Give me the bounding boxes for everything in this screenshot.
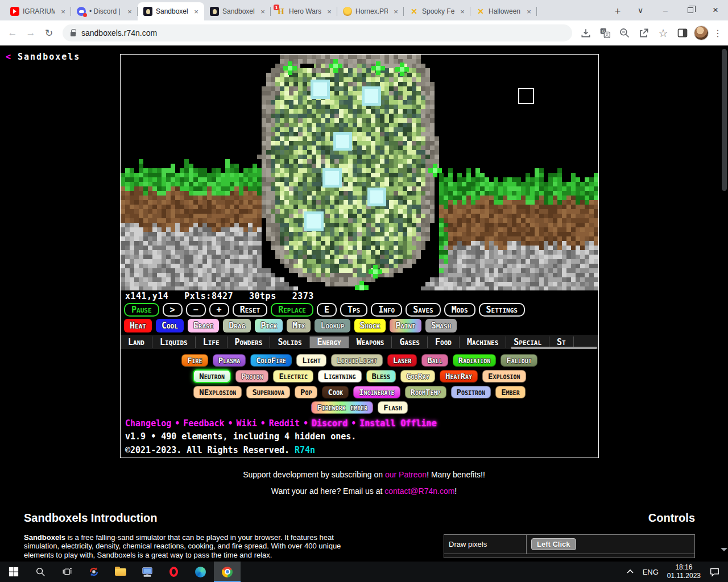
close-window-button[interactable]: × <box>703 0 728 20</box>
category-tab-liquids[interactable]: Liquids <box>152 336 196 348</box>
tab-close-icon[interactable]: × <box>325 7 334 16</box>
cook-element-button[interactable]: Cook <box>322 386 349 398</box>
bless-element-button[interactable]: Bless <box>366 370 396 383</box>
back-icon[interactable]: ← <box>5 25 20 41</box>
profile-avatar[interactable] <box>694 26 709 40</box>
category-tab-energy[interactable]: Energy <box>310 336 349 348</box>
browser-menu-icon[interactable]: ⋮ <box>712 28 723 39</box>
category-tab-powders[interactable]: Powders <box>228 336 271 348</box>
start-taskbar-icon[interactable] <box>0 562 27 582</box>
pick-tool-button[interactable]: Pick <box>255 319 283 332</box>
roomtemp-element-button[interactable]: RoomTemp <box>405 386 446 398</box>
symbol-button[interactable]: > <box>163 303 183 317</box>
search-taskbar-icon[interactable] <box>27 562 53 582</box>
opera-taskbar-icon[interactable] <box>160 562 187 582</box>
smash-tool-button[interactable]: Smash <box>425 319 457 332</box>
mix-tool-button[interactable]: Mix <box>287 319 311 332</box>
translate-icon[interactable]: G <box>597 25 613 41</box>
category-tab-gases[interactable]: Gases <box>392 336 428 348</box>
category-tab-st[interactable]: St <box>549 336 574 348</box>
pause-button[interactable]: Pause <box>124 303 159 317</box>
tab-spooky-fe[interactable]: ✕Spooky Fe× <box>404 2 470 20</box>
side-panel-icon[interactable] <box>675 25 690 41</box>
proton-element-button[interactable]: Proton <box>235 370 269 383</box>
tab-close-icon[interactable]: × <box>125 7 134 16</box>
changelog-link[interactable]: Changelog <box>125 418 171 429</box>
tab-discord[interactable]: • Discord |× <box>71 2 138 20</box>
tab-hornex-pr[interactable]: Hornex.PR× <box>337 2 404 20</box>
install-offline-link[interactable]: Install Offline <box>359 418 436 429</box>
tab-halloween[interactable]: ✕Halloween× <box>470 2 537 20</box>
file-explorer-taskbar-icon[interactable] <box>107 562 134 582</box>
coldfire-element-button[interactable]: ColdFire <box>250 354 292 367</box>
forward-icon[interactable]: → <box>23 25 39 41</box>
category-tab-weapons[interactable]: Weapons <box>349 336 392 348</box>
symbol-button[interactable]: − <box>186 303 206 317</box>
clock[interactable]: 18:16 01.11.2023 <box>667 563 701 580</box>
heat-tool-button[interactable]: Heat <box>124 319 152 332</box>
radiation-element-button[interactable]: Radiation <box>453 354 497 367</box>
neutron-element-button[interactable]: Neutron <box>193 369 231 383</box>
category-scrollbar[interactable] <box>511 347 597 349</box>
shock-tool-button[interactable]: Shock <box>354 319 386 332</box>
chrome-taskbar-icon[interactable] <box>214 562 241 582</box>
info-button[interactable]: Info <box>371 303 402 317</box>
paint-tool-button[interactable]: Paint <box>390 319 421 332</box>
tab-igrarium[interactable]: IGRARIUM× <box>5 2 71 20</box>
godray-element-button[interactable]: GodRay <box>400 370 435 383</box>
category-tab-land[interactable]: Land <box>121 336 152 348</box>
scrollbar-down-arrow-icon[interactable] <box>721 548 727 555</box>
tps-button[interactable]: Tps <box>340 303 367 317</box>
cool-tool-button[interactable]: Cool <box>156 319 184 332</box>
tab-search-chevron-icon[interactable]: ∨ <box>628 0 653 20</box>
edge-taskbar-icon[interactable] <box>187 562 214 582</box>
restore-button[interactable] <box>678 0 703 20</box>
scrollbar-thumb[interactable] <box>722 49 727 191</box>
share-icon[interactable] <box>636 25 652 41</box>
liquidlight-element-button[interactable]: LiquidLight <box>331 354 383 367</box>
drag-tool-button[interactable]: Drag <box>223 319 251 332</box>
e-button[interactable]: E <box>317 303 337 317</box>
tab-sandboxel[interactable]: Sandboxel× <box>138 2 204 20</box>
minimize-button[interactable]: – <box>653 0 678 20</box>
settings-button[interactable]: Settings <box>479 303 525 317</box>
tab-close-icon[interactable]: × <box>458 7 467 16</box>
symbol-button[interactable]: + <box>209 303 229 317</box>
category-tab-machines[interactable]: Machines <box>460 336 506 348</box>
r74n-link[interactable]: R74n <box>295 445 315 455</box>
remote-desktop-taskbar-icon[interactable] <box>134 562 160 582</box>
tab-hero-wars[interactable]: H1Hero Wars× <box>271 2 337 20</box>
game-canvas[interactable] <box>121 55 598 290</box>
light-element-button[interactable]: Light <box>296 354 326 367</box>
contact-email-link[interactable]: contact@R74n.com <box>384 487 454 496</box>
reload-icon[interactable]: ↻ <box>41 25 57 41</box>
bookmark-star-icon[interactable]: ☆ <box>655 25 671 41</box>
discord-link[interactable]: Discord <box>312 418 348 429</box>
download-icon[interactable] <box>578 25 594 41</box>
category-tab-solids[interactable]: Solids <box>270 336 309 348</box>
new-tab-button[interactable]: + <box>610 3 626 19</box>
lookup-tool-button[interactable]: Lookup <box>315 319 350 332</box>
reddit-link[interactable]: Reddit <box>269 418 300 429</box>
tab-close-icon[interactable]: × <box>258 7 267 16</box>
nexplosion-element-button[interactable]: NExplosion <box>193 386 242 398</box>
tab-sandboxel[interactable]: Sandboxel× <box>204 2 271 20</box>
mods-button[interactable]: Mods <box>444 303 475 317</box>
tab-close-icon[interactable]: × <box>192 7 201 16</box>
category-tab-special[interactable]: Special <box>506 336 549 348</box>
fire-element-button[interactable]: Fire <box>181 354 208 367</box>
replace-button[interactable]: Replace <box>271 303 313 317</box>
saves-button[interactable]: Saves <box>406 303 441 317</box>
zoom-out-indicator-icon[interactable] <box>617 25 632 41</box>
notifications-icon[interactable] <box>709 567 720 577</box>
laser-element-button[interactable]: Laser <box>387 354 417 367</box>
firework-ember-element-button[interactable]: Firework ember <box>311 401 373 414</box>
task-view-taskbar-icon[interactable] <box>53 562 80 582</box>
feedback-link[interactable]: Feedback <box>183 418 224 429</box>
tab-close-icon[interactable]: × <box>524 7 533 16</box>
category-tab-food[interactable]: Food <box>428 336 460 348</box>
plasma-element-button[interactable]: Plasma <box>213 354 246 367</box>
site-back-icon[interactable]: < <box>6 52 12 62</box>
pop-element-button[interactable]: Pop <box>295 386 317 398</box>
tray-expand-icon[interactable] <box>626 569 634 575</box>
